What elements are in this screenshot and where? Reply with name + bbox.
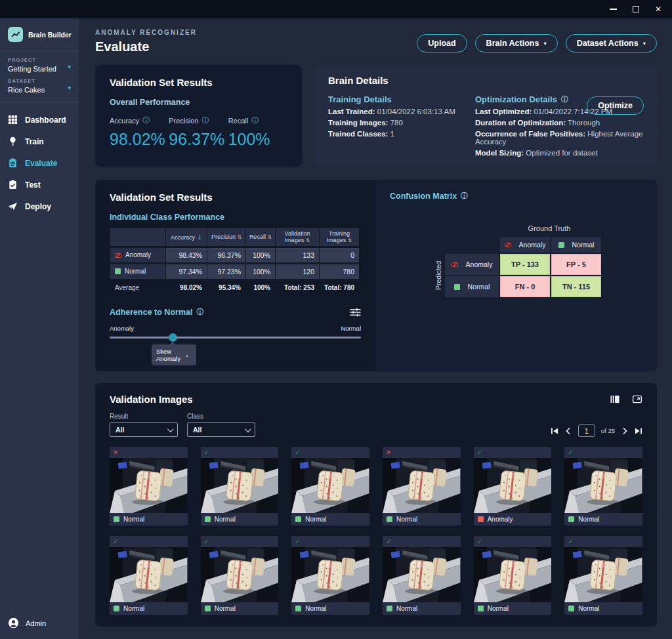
brain-actions-button[interactable]: Brain Actions▾ [475,34,558,52]
validation-results-card: Validation Set Results Individual Class … [95,180,657,371]
validation-image-tile[interactable]: ✓Normal [201,447,279,526]
precision-column-header[interactable]: Precision ⇅ [207,228,245,246]
validation-image-tile[interactable]: ✓Normal [564,536,642,615]
tile-class-bar: Normal [291,513,369,526]
last-page-icon[interactable] [635,427,642,435]
validation-image[interactable] [564,547,642,602]
adherence-slider[interactable] [110,337,361,339]
training-images-column-header[interactable]: Training Images ⇅ [320,228,359,246]
validation-image-tile[interactable]: ✓Normal [474,536,552,615]
first-page-icon[interactable] [551,427,558,435]
table-row-anomaly: Anomaly 98.43% 96.37% 100% 133 0 [110,248,359,262]
validation-image-tile[interactable]: ✓Normal [291,536,369,615]
sidebar-item-evaluate[interactable]: Evaluate [0,152,79,174]
optimize-button[interactable]: Optimize [587,96,644,115]
validation-image[interactable] [110,547,188,602]
validation-image[interactable] [201,547,279,602]
validation-image[interactable] [291,547,369,602]
dataset-actions-button[interactable]: Dataset Actions▾ [566,34,657,52]
tile-status-bar: ✓ [564,536,642,547]
project-selector[interactable]: PROJECT Getting Started ▾ [8,57,71,73]
tile-class-bar: Normal [564,513,642,526]
class-label: Normal [215,605,236,612]
validation-image-tile[interactable]: ✓Anomaly [474,447,552,526]
adherence-heading: Adherence to Normal [110,308,192,317]
sidebar-item-train[interactable]: Train [0,131,79,152]
validation-image-tile[interactable]: ✓Normal [201,536,279,615]
previous-page-icon[interactable] [564,427,572,435]
slider-settings-icon[interactable] [350,308,361,317]
info-icon[interactable]: ⓘ [461,192,468,201]
sidebar-item-test[interactable]: Test [0,174,79,196]
validation-image[interactable] [564,458,642,513]
skew-dropdown[interactable]: SkewAnomaly ⌄ [152,344,196,366]
class-performance-heading: Individual Class Performance [110,213,361,222]
validation-image-tile[interactable]: ✓Normal [110,536,188,615]
validation-image[interactable] [201,458,279,513]
validation-image-tile[interactable]: ✓Normal [383,536,461,615]
dataset-selector[interactable]: DATASET Rice Cakes ▾ [8,78,71,94]
validation-image-tile[interactable]: ✕Normal [110,447,188,526]
class-color-icon [478,516,484,522]
class-color-icon [387,516,392,522]
user-menu[interactable]: Admin [0,608,79,639]
info-icon[interactable]: ⓘ [251,116,259,125]
info-icon[interactable]: ⓘ [561,95,568,104]
tile-class-bar: Normal [201,513,279,526]
info-icon[interactable]: ⓘ [142,116,150,125]
tile-status-bar: ✓ [291,447,369,458]
metric-precision: Precisionⓘ 96.37% [169,116,228,149]
validation-image[interactable] [110,458,188,513]
class-label: Anomaly [488,516,513,523]
table-row-average: Average 98.02% 95.34% 100% Total: 253 To… [110,281,359,295]
tile-class-bar: Normal [201,602,279,615]
validation-images-column-header[interactable]: Validation Images ⇅ [276,228,319,246]
pred-anomaly-header: Anomaly [445,254,499,275]
sidebar-item-dashboard[interactable]: Dashboard [0,109,79,131]
validation-image[interactable] [383,458,461,513]
result-filter-select[interactable]: All [110,423,178,437]
validation-image[interactable] [474,458,552,513]
predicted-label: Predicted [433,254,444,297]
validation-image[interactable] [291,458,369,513]
recall-column-header[interactable]: Recall ⇅ [246,228,275,246]
training-details-heading: Training Details [328,94,458,104]
brand-name: Brain Builder [28,31,72,39]
validation-image[interactable] [383,547,461,602]
class-color-icon [478,606,484,611]
info-icon[interactable]: ⓘ [202,116,209,125]
accuracy-column-header[interactable]: Accuracy ↓ [166,228,207,246]
window-minimize-icon[interactable] [610,9,617,10]
class-label: Normal [305,605,326,612]
upload-button[interactable]: Upload [417,34,467,52]
validation-image-tile[interactable]: ✕Normal [383,447,461,526]
window-close-icon[interactable]: ✕ [655,5,662,13]
next-page-icon[interactable] [621,427,629,435]
tile-class-bar: Normal [383,602,461,615]
detail-view-icon[interactable] [610,394,620,404]
sidebar-item-deploy[interactable]: Deploy [0,196,79,217]
slider-thumb[interactable] [169,333,177,342]
page-number-input[interactable]: 1 [578,424,595,437]
validation-image-tile[interactable]: ✓Normal [564,447,642,526]
class-label: Normal [123,605,144,612]
window-maximize-icon[interactable] [633,6,639,12]
sidebar-item-label: Dashboard [25,115,66,125]
validation-image[interactable] [474,547,552,602]
status-icon: ✓ [204,449,209,456]
status-icon: ✓ [295,449,300,456]
tile-class-bar: Normal [291,602,369,615]
class-filter-select[interactable]: All [187,423,255,437]
chevron-down-icon: ▾ [68,64,71,70]
metric-accuracy: Accuracyⓘ 98.02% [110,116,169,149]
clipboard-check-icon [8,180,18,190]
info-icon[interactable]: ⓘ [196,308,203,317]
status-icon: ✓ [386,539,391,545]
validation-image-tile[interactable]: ✓Normal [291,447,369,526]
tile-class-bar: Normal [110,513,188,526]
status-icon: ✓ [568,449,573,456]
anomaly-class-icon [452,262,458,267]
expand-view-icon[interactable] [632,394,642,404]
tile-status-bar: ✓ [201,536,279,547]
brain-builder-logo-icon [8,27,23,42]
